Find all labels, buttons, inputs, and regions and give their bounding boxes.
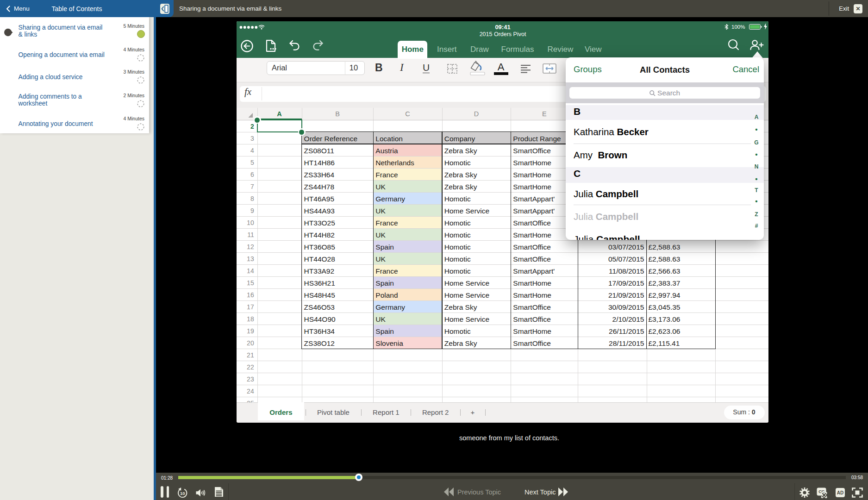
svg-text:AD: AD [837, 490, 843, 495]
svg-text:10: 10 [180, 491, 185, 496]
